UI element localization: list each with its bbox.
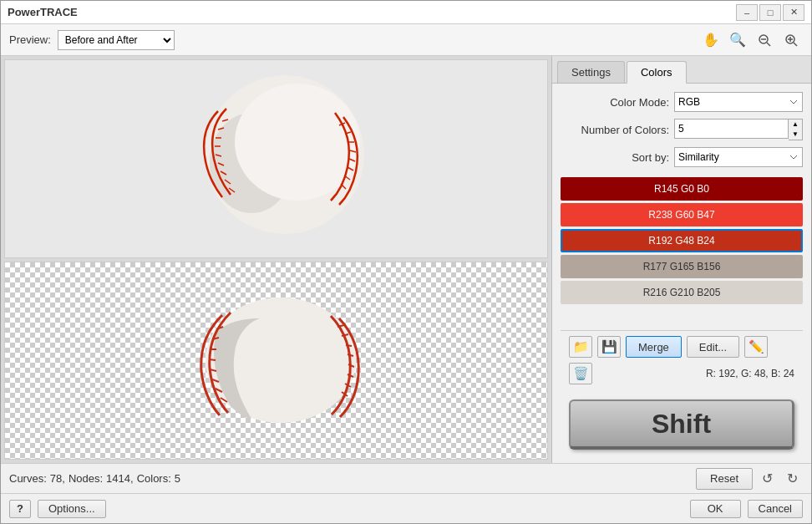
save-icon-button[interactable]: 💾 — [597, 336, 621, 358]
zoom-in-button[interactable]: 🔍 — [726, 29, 749, 51]
baseball-before-svg — [168, 63, 385, 255]
delete-button[interactable]: 🗑️ — [569, 363, 592, 384]
preview-label: Preview: — [9, 33, 51, 46]
svg-line-31 — [209, 359, 216, 360]
title-bar: PowerTRACE – □ ✕ — [1, 1, 811, 24]
eyedropper-button[interactable]: ✏️ — [744, 336, 768, 358]
zoom-fit-button[interactable] — [779, 29, 803, 51]
toolbar-icons: ✋ 🔍 — [699, 29, 803, 51]
cancel-button[interactable]: Cancel — [748, 500, 803, 518]
undo-button[interactable]: ↺ — [756, 468, 778, 490]
num-colors-down[interactable]: ▼ — [789, 130, 802, 140]
color-item-4[interactable]: R177 G165 B156 — [561, 255, 803, 278]
color-item-3[interactable]: R192 G48 B24 — [561, 229, 803, 252]
close-button[interactable]: ✕ — [783, 4, 804, 21]
nodes-label: Nodes: — [69, 472, 103, 485]
merge-button[interactable]: Merge — [626, 336, 682, 358]
shift-key-display[interactable]: Shift — [569, 399, 794, 450]
color-list: R145 G0 B0 R238 G60 B47 R192 G48 B24 R17… — [561, 177, 803, 304]
rgb-info: R: 192, G: 48, B: 24 — [706, 368, 794, 379]
sort-by-select-wrapper: Similarity Frequency Lightness — [674, 147, 803, 167]
num-colors-label: Number of Colors: — [561, 124, 669, 136]
spinner-buttons: ▲ ▼ — [789, 119, 803, 140]
main-content: Settings Colors Color Mode: RGB CMYK Gra… — [1, 56, 811, 463]
num-colors-spinner: ▲ ▼ — [674, 119, 803, 140]
footer-right: OK Cancel — [690, 500, 803, 518]
redo-button[interactable]: ↻ — [781, 468, 803, 490]
curves-value: 78, — [50, 472, 65, 485]
zoom-out-button[interactable] — [753, 29, 776, 51]
shift-key-label: Shift — [652, 409, 711, 440]
color-mode-label: Color Mode: — [561, 96, 669, 109]
nodes-value: 1414, — [106, 472, 134, 485]
tab-settings[interactable]: Settings — [557, 61, 625, 83]
color-label-2: R238 G60 B47 — [648, 209, 714, 221]
window-title: PowerTRACE — [8, 6, 78, 18]
color-label-1: R145 G0 B0 — [654, 183, 709, 195]
svg-line-1 — [767, 43, 770, 46]
spacer — [561, 309, 803, 325]
baseball-before-container — [5, 60, 547, 257]
ok-button[interactable]: OK — [690, 500, 741, 518]
preview-after — [4, 262, 548, 460]
color-item-2[interactable]: R238 G60 B47 — [561, 203, 803, 226]
num-colors-input[interactable] — [674, 119, 789, 139]
pan-tool-button[interactable]: ✋ — [699, 29, 723, 51]
open-icon-button[interactable]: 📁 — [569, 336, 592, 358]
svg-line-38 — [346, 345, 352, 346]
colors-status-label: Colors: — [137, 472, 171, 485]
color-mode-select-wrapper: RGB CMYK Grayscale — [674, 92, 803, 112]
color-label-5: R216 G210 B205 — [643, 287, 721, 298]
footer-bar: ? Options... OK Cancel — [1, 493, 811, 523]
color-item-5[interactable]: R216 G210 B205 — [561, 281, 803, 304]
title-bar-controls: – □ ✕ — [736, 4, 804, 21]
preview-before — [4, 59, 548, 258]
color-mode-select[interactable]: RGB CMYK Grayscale — [674, 92, 803, 112]
maximize-button[interactable]: □ — [759, 4, 781, 21]
toolbar: Preview: Before and After Before After W… — [1, 24, 811, 56]
num-colors-row: Number of Colors: ▲ ▼ — [561, 119, 803, 140]
help-button[interactable]: ? — [9, 500, 31, 518]
reset-button[interactable]: Reset — [696, 468, 753, 490]
color-label-4: R177 G165 B156 — [643, 261, 721, 272]
sort-by-select[interactable]: Similarity Frequency Lightness — [674, 147, 803, 167]
colors-panel-content: Color Mode: RGB CMYK Grayscale Number of… — [552, 84, 811, 463]
colors-status-value: 5 — [175, 472, 180, 485]
title-bar-left: PowerTRACE — [8, 6, 78, 18]
preview-select[interactable]: Before and After Before After Wireframe — [58, 30, 175, 50]
status-bar: Curves: 78, Nodes: 1414, Colors: 5 Reset… — [1, 463, 811, 493]
tab-colors[interactable]: Colors — [627, 61, 687, 84]
num-colors-up[interactable]: ▲ — [789, 120, 802, 130]
footer-left: ? Options... — [9, 500, 106, 518]
svg-line-4 — [794, 43, 797, 46]
edit-button[interactable]: Edit... — [687, 336, 739, 358]
minimize-button[interactable]: – — [736, 4, 758, 21]
right-panel: Settings Colors Color Mode: RGB CMYK Gra… — [552, 56, 811, 463]
powertrace-window: PowerTRACE – □ ✕ Preview: Before and Aft… — [0, 0, 812, 524]
baseball-after-svg — [168, 281, 385, 440]
action-row: 📁 💾 Merge Edit... ✏️ 🗑️ R: 192, G: 48, B… — [561, 330, 803, 389]
color-mode-row: Color Mode: RGB CMYK Grayscale — [561, 92, 803, 112]
svg-point-9 — [235, 84, 360, 201]
tabs-row: Settings Colors — [552, 56, 811, 84]
color-item-1[interactable]: R145 G0 B0 — [561, 177, 803, 201]
sort-by-label: Sort by: — [561, 151, 669, 164]
baseball-after-container — [5, 262, 547, 460]
color-label-3: R192 G48 B24 — [648, 235, 714, 247]
curves-label: Curves: — [9, 472, 47, 485]
preview-panel — [1, 56, 552, 463]
sort-by-row: Sort by: Similarity Frequency Lightness — [561, 147, 803, 167]
options-button[interactable]: Options... — [38, 500, 106, 518]
